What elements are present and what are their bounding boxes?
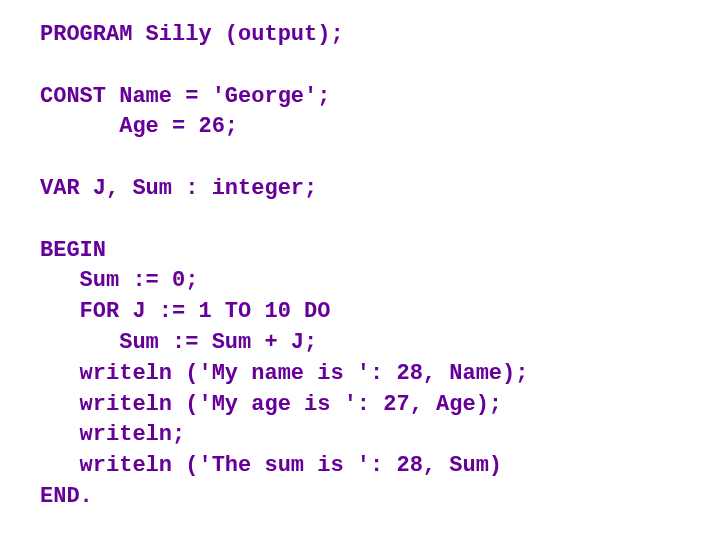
- code-line: writeln ('My name is ': 28, Name);: [40, 361, 528, 386]
- code-line: FOR J := 1 TO 10 DO: [40, 299, 330, 324]
- code-line: VAR J, Sum : integer;: [40, 176, 317, 201]
- pascal-code-block: PROGRAM Silly (output); CONST Name = 'Ge…: [0, 0, 720, 513]
- code-line: CONST Name = 'George';: [40, 84, 330, 109]
- code-line: writeln ('The sum is ': 28, Sum): [40, 453, 502, 478]
- code-line: Age = 26;: [40, 114, 238, 139]
- code-line: BEGIN: [40, 238, 106, 263]
- code-line: END.: [40, 484, 93, 509]
- code-line: Sum := Sum + J;: [40, 330, 317, 355]
- code-line: Sum := 0;: [40, 268, 198, 293]
- code-line: PROGRAM Silly (output);: [40, 22, 344, 47]
- code-line: writeln;: [40, 422, 185, 447]
- code-line: writeln ('My age is ': 27, Age);: [40, 392, 502, 417]
